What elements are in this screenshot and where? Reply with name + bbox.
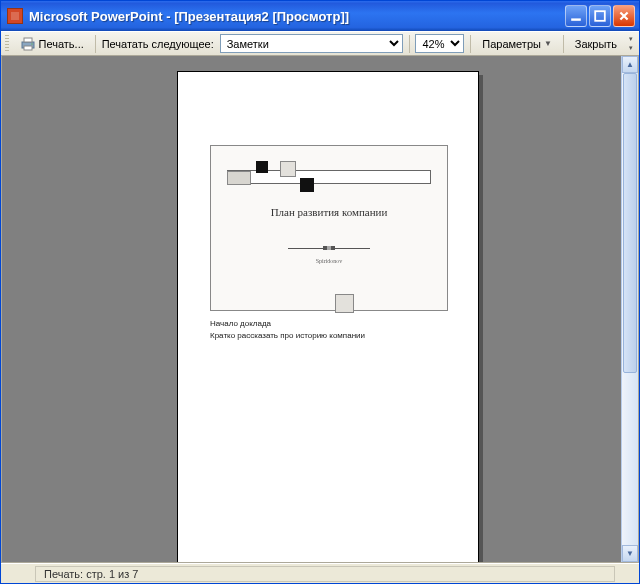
notes-line: Начало доклада: [210, 318, 448, 330]
svg-rect-3: [24, 38, 32, 42]
toolbar-grip[interactable]: [5, 35, 9, 53]
toolbar-separator: [95, 35, 96, 53]
slide-decoration-square: [335, 294, 354, 313]
minimize-icon: [570, 10, 582, 22]
toolbar-separator: [409, 35, 410, 53]
slide-divider: [288, 246, 370, 250]
close-icon: [618, 10, 630, 22]
slide-decoration-square: [256, 161, 268, 173]
svg-rect-0: [571, 18, 581, 20]
print-preview-toolbar: Печать... Печатать следующее: Заметки 42…: [1, 31, 639, 56]
status-text: Печать: стр. 1 из 7: [44, 568, 138, 580]
zoom-select[interactable]: 42%: [415, 34, 464, 53]
notes-line: Кратко рассказать про историю компании: [210, 330, 448, 342]
minimize-button[interactable]: [565, 5, 587, 27]
scroll-track[interactable]: [622, 73, 638, 545]
window-title: Microsoft PowerPoint - [Презентация2 [Пр…: [29, 9, 565, 24]
slide-subtitle: Spiridonov: [211, 258, 447, 264]
window-controls: [565, 5, 635, 27]
chevron-down-icon: ▾: [629, 35, 633, 43]
toolbar-separator: [563, 35, 564, 53]
scroll-thumb[interactable]: [623, 73, 637, 373]
close-button[interactable]: [613, 5, 635, 27]
print-button-label: Печать...: [39, 38, 84, 50]
notes-text: Начало доклада Кратко рассказать про ист…: [210, 318, 448, 342]
status-segment: Печать: стр. 1 из 7: [35, 566, 615, 582]
chevron-down-icon: ▾: [629, 44, 633, 52]
svg-point-5: [31, 43, 33, 45]
status-bar: Печать: стр. 1 из 7: [1, 563, 639, 583]
slide-decoration-square: [300, 178, 314, 192]
toolbar-overflow[interactable]: ▾ ▾: [626, 34, 635, 54]
scroll-up-button[interactable]: ▲: [622, 56, 638, 73]
maximize-icon: [594, 10, 606, 22]
printer-icon: [20, 36, 36, 52]
preview-page: План развития компании Spiridonov Начало…: [177, 71, 479, 562]
options-button[interactable]: Параметры ▼: [477, 36, 557, 52]
close-preview-button[interactable]: Закрыть: [570, 36, 622, 52]
svg-rect-4: [24, 46, 32, 50]
print-what-select[interactable]: Заметки: [220, 34, 403, 53]
title-bar[interactable]: Microsoft PowerPoint - [Презентация2 [Пр…: [1, 1, 639, 31]
app-icon: [7, 8, 23, 24]
slide-decoration-square: [280, 161, 296, 177]
slide-decoration: [227, 170, 431, 184]
print-next-label: Печатать следующее:: [102, 38, 216, 50]
scroll-down-button[interactable]: ▼: [622, 545, 638, 562]
app-window: Microsoft PowerPoint - [Презентация2 [Пр…: [0, 0, 640, 584]
svg-rect-1: [595, 11, 605, 21]
slide-decoration-square: [227, 171, 251, 185]
print-button[interactable]: Печать...: [15, 34, 89, 54]
chevron-down-icon: ▼: [544, 39, 552, 48]
toolbar-separator: [470, 35, 471, 53]
options-button-label: Параметры: [482, 38, 541, 50]
preview-workspace: План развития компании Spiridonov Начало…: [1, 56, 639, 563]
slide-thumbnail: План развития компании Spiridonov: [210, 145, 448, 311]
preview-canvas[interactable]: План развития компании Spiridonov Начало…: [2, 56, 621, 562]
slide-title: План развития компании: [211, 206, 447, 218]
vertical-scrollbar[interactable]: ▲ ▼: [621, 56, 638, 562]
close-preview-label: Закрыть: [575, 38, 617, 50]
maximize-button[interactable]: [589, 5, 611, 27]
